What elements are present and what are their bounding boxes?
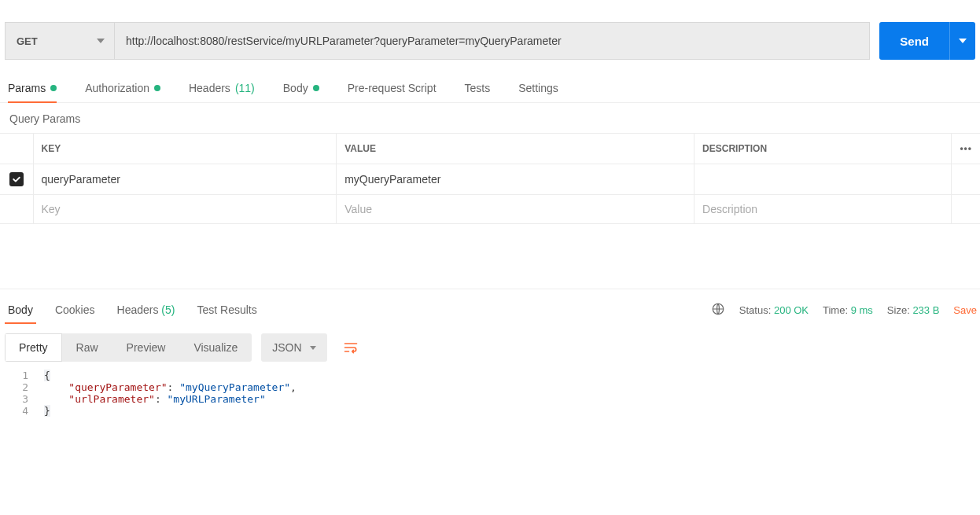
view-pretty[interactable]: Pretty [5, 333, 62, 362]
resp-tab-headers[interactable]: Headers (5) [114, 296, 179, 324]
globe-icon[interactable] [711, 302, 725, 318]
chevron-down-icon [97, 39, 105, 43]
tab-authorization[interactable]: Authorization [85, 82, 160, 102]
view-raw[interactable]: Raw [62, 333, 112, 362]
view-preview[interactable]: Preview [112, 333, 180, 362]
send-button[interactable]: Send [879, 22, 975, 60]
params-table: KEY VALUE DESCRIPTION ••• queryParameter… [0, 133, 980, 224]
tab-prerequest[interactable]: Pre-request Script [348, 82, 437, 102]
param-desc[interactable] [694, 164, 952, 195]
tab-headers[interactable]: Headers (11) [189, 82, 255, 102]
col-description: DESCRIPTION [694, 134, 952, 164]
chevron-down-icon [959, 39, 967, 43]
wrap-lines-button[interactable] [337, 333, 365, 362]
method-label: GET [17, 35, 38, 47]
time-label: Time: 9 ms [823, 304, 873, 316]
status-label: Status: 200 OK [739, 304, 809, 316]
bulk-edit-icon[interactable]: ••• [952, 134, 980, 164]
table-row-new[interactable]: Key Value Description [0, 195, 980, 224]
resp-tab-tests[interactable]: Test Results [193, 296, 260, 324]
send-label: Send [879, 35, 949, 48]
indicator-dot-icon [154, 85, 160, 91]
chevron-down-icon [310, 346, 316, 350]
tab-params[interactable]: Params [8, 82, 57, 102]
resp-tab-cookies[interactable]: Cookies [52, 296, 98, 324]
resp-tab-body[interactable]: Body [5, 296, 36, 324]
view-visualize[interactable]: Visualize [179, 333, 252, 362]
save-response-button[interactable]: Save [953, 304, 977, 316]
param-value[interactable]: myQueryParameter [337, 164, 694, 195]
tab-body[interactable]: Body [283, 82, 319, 102]
wrap-icon [343, 340, 359, 355]
section-query-params: Query Params [0, 103, 980, 133]
url-input[interactable] [115, 22, 870, 60]
indicator-dot-icon [50, 85, 57, 91]
send-dropdown[interactable] [950, 39, 975, 43]
col-value: VALUE [337, 134, 694, 164]
content-type-select[interactable]: JSON [261, 333, 326, 362]
checkbox-icon[interactable] [9, 172, 24, 186]
param-key[interactable]: queryParameter [33, 164, 337, 195]
col-key: KEY [33, 134, 337, 164]
view-mode-segment: Pretty Raw Preview Visualize [5, 333, 252, 362]
response-body[interactable]: 1{ 2 "queryParameter": "myQueryParameter… [0, 365, 980, 417]
indicator-dot-icon [313, 85, 319, 91]
size-label: Size: 233 B [887, 304, 940, 316]
table-row[interactable]: queryParameter myQueryParameter [0, 164, 980, 195]
tab-settings[interactable]: Settings [518, 82, 558, 102]
tab-tests[interactable]: Tests [465, 82, 491, 102]
method-select[interactable]: GET [5, 22, 115, 60]
